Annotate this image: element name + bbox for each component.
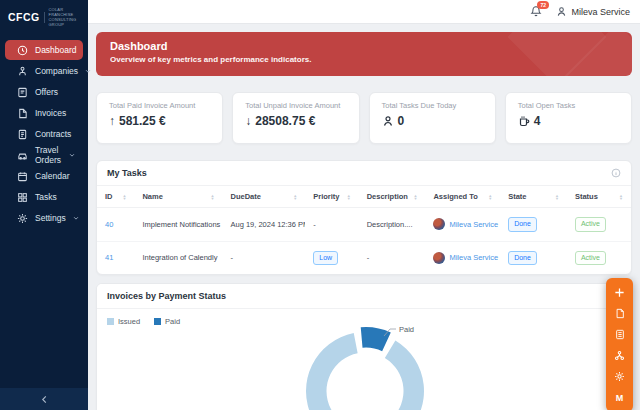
col-header-name[interactable]: Name: [134, 186, 222, 208]
sidebar-item-label: Companies: [35, 66, 78, 76]
donut-slice-issued[interactable]: [306, 333, 424, 410]
app-logo[interactable]: CFCG Colar Franchise Consulting Group: [0, 0, 88, 33]
sidebar-nav: Dashboard Companies Offers Invoices: [0, 33, 88, 388]
sidebar-collapse-button[interactable]: [0, 388, 88, 410]
status-badge: Active: [575, 217, 606, 232]
logo-subtext: Colar Franchise Consulting Group: [49, 7, 83, 27]
task-duedate: -: [222, 241, 305, 274]
task-description: Description....: [359, 208, 426, 242]
user-menu[interactable]: Mileva Service: [556, 6, 630, 17]
tasks-icon: [17, 192, 28, 203]
info-icon[interactable]: [611, 168, 621, 178]
sort-icon[interactable]: [413, 194, 417, 200]
offers-icon: [17, 87, 28, 98]
floating-action-bar: M: [606, 278, 633, 410]
metric-value: 4: [534, 114, 541, 128]
new-invoice-button[interactable]: [610, 325, 630, 344]
sidebar-item-label: Settings: [35, 213, 66, 223]
sidebar-item-dashboard[interactable]: Dashboard: [5, 40, 83, 60]
sidebar-item-label: Tasks: [35, 192, 57, 202]
sidebar-item-offers[interactable]: Offers: [5, 82, 83, 102]
metric-card-tasks-due-today: Total Tasks Due Today 0: [369, 92, 496, 144]
task-name: Implement Notifications: [134, 208, 222, 242]
legend-swatch-paid: [154, 318, 161, 325]
sort-icon[interactable]: [555, 194, 559, 200]
table-row: 40 Implement Notifications Aug 19, 2024 …: [97, 208, 631, 242]
table-header-row: ID Name DueDate Priority Description Ass…: [97, 186, 631, 208]
callout-line: [384, 329, 396, 336]
sidebar-item-companies[interactable]: Companies: [5, 61, 83, 81]
metric-card-unpaid-invoices: Total Unpaid Invoice Amount ↓ 28508.75 €: [232, 92, 359, 144]
chevron-down-icon: [69, 152, 75, 158]
sort-icon[interactable]: [122, 194, 126, 200]
chart-title: Invoices by Payment Status: [107, 291, 226, 301]
sidebar-item-calendar[interactable]: Calendar: [5, 166, 83, 186]
task-id-link[interactable]: 41: [105, 253, 113, 262]
arrow-down-icon: ↓: [245, 114, 251, 128]
status-badge: Active: [575, 251, 606, 266]
sidebar-item-label: Offers: [35, 87, 58, 97]
sidebar-item-label: Invoices: [35, 108, 66, 118]
user-name: Mileva Service: [571, 7, 630, 17]
col-header-duedate[interactable]: DueDate: [222, 186, 305, 208]
legend-item-paid[interactable]: Paid: [154, 317, 180, 326]
sidebar-item-travel-orders[interactable]: Travel Orders: [5, 145, 83, 165]
task-duedate: Aug 19, 2024 12:36 PM: [222, 208, 305, 242]
sidebar-item-contracts[interactable]: Contracts: [5, 124, 83, 144]
task-description: -: [359, 241, 426, 274]
assignee-link[interactable]: Mileva Service: [449, 220, 498, 229]
companies-icon: [17, 66, 28, 77]
sitemap-icon: [614, 350, 625, 361]
col-header-description[interactable]: Description: [359, 186, 426, 208]
chart-legend: Issued Paid: [97, 309, 631, 330]
col-header-priority[interactable]: Priority: [305, 186, 358, 208]
my-tasks-panel: My Tasks ID Name DueDate Priority Descri…: [96, 160, 632, 275]
new-document-button[interactable]: [610, 304, 630, 323]
logo-text: CFCG: [8, 11, 40, 23]
sort-icon[interactable]: [211, 194, 215, 200]
page-banner: Dashboard Overview of key metrics and pe…: [96, 32, 632, 76]
page-subtitle: Overview of key metrics and performance …: [110, 55, 618, 64]
sort-icon[interactable]: [488, 194, 492, 200]
add-button[interactable]: [610, 283, 630, 302]
metric-cards: Total Paid Invoice Amount ↑ 581.25 € Tot…: [96, 92, 632, 144]
network-button[interactable]: [610, 346, 630, 365]
sidebar-item-invoices[interactable]: Invoices: [5, 103, 83, 123]
sort-icon[interactable]: [619, 194, 623, 200]
main-content: Dashboard Overview of key metrics and pe…: [88, 24, 640, 410]
sidebar-item-label: Calendar: [35, 171, 70, 181]
metric-value: 0: [398, 114, 405, 128]
settings-button[interactable]: [610, 367, 630, 386]
donut-slice-paid[interactable]: [361, 327, 391, 351]
gear-icon: [614, 371, 625, 382]
page-title: Dashboard: [110, 40, 618, 52]
invoices-icon: [17, 108, 28, 119]
sidebar-item-settings[interactable]: Settings: [5, 208, 83, 228]
col-header-id[interactable]: ID: [97, 186, 134, 208]
invoice-icon: [615, 329, 625, 340]
letter-m-icon: M: [616, 393, 624, 403]
my-tasks-title: My Tasks: [107, 168, 147, 178]
col-header-state[interactable]: State: [500, 186, 567, 208]
notifications-button[interactable]: 72: [530, 5, 542, 18]
module-m-button[interactable]: M: [610, 388, 630, 407]
task-id-link[interactable]: 40: [105, 220, 113, 229]
metric-card-paid-invoices: Total Paid Invoice Amount ↑ 581.25 €: [96, 92, 223, 144]
contracts-icon: [17, 129, 28, 140]
metric-label: Total Open Tasks: [518, 101, 619, 110]
notification-badge: 72: [537, 1, 549, 9]
mug-icon: [518, 115, 530, 127]
avatar: [433, 218, 445, 230]
sidebar-item-label: Travel Orders: [35, 145, 62, 165]
col-header-assigned-to[interactable]: Assigned To: [425, 186, 500, 208]
sidebar-item-tasks[interactable]: Tasks: [5, 187, 83, 207]
sort-icon[interactable]: [347, 194, 351, 200]
col-header-status[interactable]: Status: [567, 186, 631, 208]
state-badge: Done: [508, 251, 537, 266]
sort-icon[interactable]: [293, 194, 297, 200]
assignee-link[interactable]: Mileva Service: [449, 253, 498, 262]
priority-badge: Low: [313, 251, 338, 266]
legend-item-issued[interactable]: Issued: [107, 317, 140, 326]
plus-icon: [614, 287, 625, 298]
travel-orders-icon: [17, 150, 28, 161]
